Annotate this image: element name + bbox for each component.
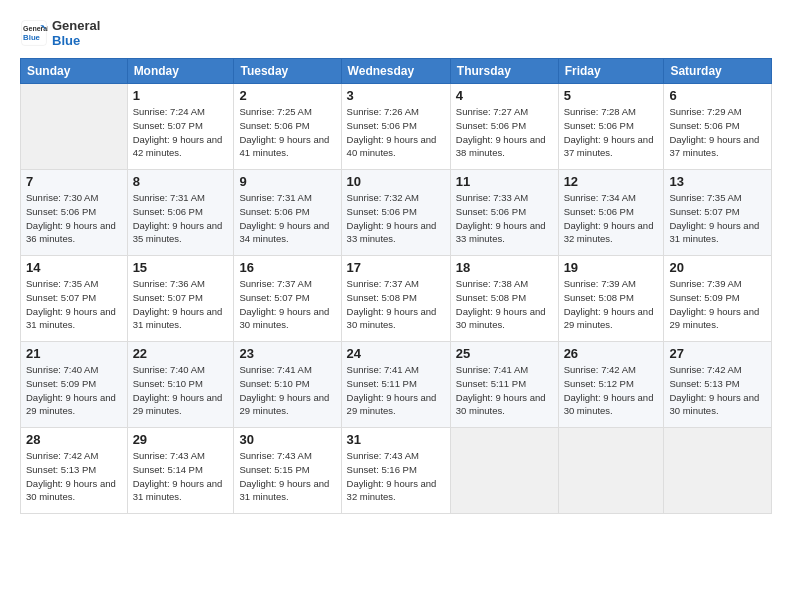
day-number: 10 xyxy=(347,174,445,189)
day-number: 18 xyxy=(456,260,553,275)
calendar-week-row: 14Sunrise: 7:35 AMSunset: 5:07 PMDayligh… xyxy=(21,256,772,342)
calendar-day-header: Thursday xyxy=(450,59,558,84)
calendar-week-row: 1Sunrise: 7:24 AMSunset: 5:07 PMDaylight… xyxy=(21,84,772,170)
day-number: 17 xyxy=(347,260,445,275)
day-info: Sunrise: 7:39 AMSunset: 5:08 PMDaylight:… xyxy=(564,277,659,332)
svg-text:General: General xyxy=(23,25,48,32)
day-number: 8 xyxy=(133,174,229,189)
calendar-cell xyxy=(450,428,558,514)
logo-icon: General Blue xyxy=(20,19,48,47)
day-info: Sunrise: 7:28 AMSunset: 5:06 PMDaylight:… xyxy=(564,105,659,160)
day-info: Sunrise: 7:27 AMSunset: 5:06 PMDaylight:… xyxy=(456,105,553,160)
day-info: Sunrise: 7:42 AMSunset: 5:13 PMDaylight:… xyxy=(669,363,766,418)
day-number: 23 xyxy=(239,346,335,361)
calendar-week-row: 21Sunrise: 7:40 AMSunset: 5:09 PMDayligh… xyxy=(21,342,772,428)
day-info: Sunrise: 7:29 AMSunset: 5:06 PMDaylight:… xyxy=(669,105,766,160)
calendar-day-header: Friday xyxy=(558,59,664,84)
day-number: 3 xyxy=(347,88,445,103)
day-info: Sunrise: 7:31 AMSunset: 5:06 PMDaylight:… xyxy=(133,191,229,246)
calendar-day-header: Tuesday xyxy=(234,59,341,84)
day-number: 24 xyxy=(347,346,445,361)
calendar-cell: 1Sunrise: 7:24 AMSunset: 5:07 PMDaylight… xyxy=(127,84,234,170)
calendar-cell: 3Sunrise: 7:26 AMSunset: 5:06 PMDaylight… xyxy=(341,84,450,170)
day-number: 21 xyxy=(26,346,122,361)
day-number: 1 xyxy=(133,88,229,103)
day-number: 20 xyxy=(669,260,766,275)
day-info: Sunrise: 7:37 AMSunset: 5:08 PMDaylight:… xyxy=(347,277,445,332)
calendar-cell: 26Sunrise: 7:42 AMSunset: 5:12 PMDayligh… xyxy=(558,342,664,428)
page: General Blue General Blue SundayMondayTu… xyxy=(0,0,792,612)
day-info: Sunrise: 7:40 AMSunset: 5:09 PMDaylight:… xyxy=(26,363,122,418)
day-info: Sunrise: 7:34 AMSunset: 5:06 PMDaylight:… xyxy=(564,191,659,246)
day-info: Sunrise: 7:43 AMSunset: 5:15 PMDaylight:… xyxy=(239,449,335,504)
calendar-cell xyxy=(21,84,128,170)
day-info: Sunrise: 7:39 AMSunset: 5:09 PMDaylight:… xyxy=(669,277,766,332)
calendar-cell: 8Sunrise: 7:31 AMSunset: 5:06 PMDaylight… xyxy=(127,170,234,256)
calendar-cell xyxy=(664,428,772,514)
day-number: 4 xyxy=(456,88,553,103)
day-info: Sunrise: 7:26 AMSunset: 5:06 PMDaylight:… xyxy=(347,105,445,160)
day-info: Sunrise: 7:35 AMSunset: 5:07 PMDaylight:… xyxy=(669,191,766,246)
calendar-week-row: 28Sunrise: 7:42 AMSunset: 5:13 PMDayligh… xyxy=(21,428,772,514)
header-row: General Blue General Blue xyxy=(20,18,772,48)
day-info: Sunrise: 7:25 AMSunset: 5:06 PMDaylight:… xyxy=(239,105,335,160)
day-number: 29 xyxy=(133,432,229,447)
calendar-cell: 12Sunrise: 7:34 AMSunset: 5:06 PMDayligh… xyxy=(558,170,664,256)
day-info: Sunrise: 7:35 AMSunset: 5:07 PMDaylight:… xyxy=(26,277,122,332)
svg-text:Blue: Blue xyxy=(23,33,41,42)
day-number: 25 xyxy=(456,346,553,361)
calendar-cell: 19Sunrise: 7:39 AMSunset: 5:08 PMDayligh… xyxy=(558,256,664,342)
calendar-cell: 5Sunrise: 7:28 AMSunset: 5:06 PMDaylight… xyxy=(558,84,664,170)
day-number: 14 xyxy=(26,260,122,275)
day-number: 11 xyxy=(456,174,553,189)
day-info: Sunrise: 7:41 AMSunset: 5:11 PMDaylight:… xyxy=(456,363,553,418)
day-number: 26 xyxy=(564,346,659,361)
day-number: 2 xyxy=(239,88,335,103)
day-number: 7 xyxy=(26,174,122,189)
calendar-cell: 9Sunrise: 7:31 AMSunset: 5:06 PMDaylight… xyxy=(234,170,341,256)
calendar-cell: 21Sunrise: 7:40 AMSunset: 5:09 PMDayligh… xyxy=(21,342,128,428)
calendar-cell: 23Sunrise: 7:41 AMSunset: 5:10 PMDayligh… xyxy=(234,342,341,428)
calendar-cell: 6Sunrise: 7:29 AMSunset: 5:06 PMDaylight… xyxy=(664,84,772,170)
calendar-cell: 14Sunrise: 7:35 AMSunset: 5:07 PMDayligh… xyxy=(21,256,128,342)
calendar-day-header: Sunday xyxy=(21,59,128,84)
day-number: 13 xyxy=(669,174,766,189)
calendar-cell: 24Sunrise: 7:41 AMSunset: 5:11 PMDayligh… xyxy=(341,342,450,428)
calendar-cell: 10Sunrise: 7:32 AMSunset: 5:06 PMDayligh… xyxy=(341,170,450,256)
day-info: Sunrise: 7:33 AMSunset: 5:06 PMDaylight:… xyxy=(456,191,553,246)
calendar-day-header: Wednesday xyxy=(341,59,450,84)
calendar-cell: 29Sunrise: 7:43 AMSunset: 5:14 PMDayligh… xyxy=(127,428,234,514)
calendar-cell: 28Sunrise: 7:42 AMSunset: 5:13 PMDayligh… xyxy=(21,428,128,514)
day-number: 5 xyxy=(564,88,659,103)
day-number: 22 xyxy=(133,346,229,361)
calendar-cell: 11Sunrise: 7:33 AMSunset: 5:06 PMDayligh… xyxy=(450,170,558,256)
day-number: 16 xyxy=(239,260,335,275)
calendar-cell: 17Sunrise: 7:37 AMSunset: 5:08 PMDayligh… xyxy=(341,256,450,342)
calendar-cell xyxy=(558,428,664,514)
day-number: 28 xyxy=(26,432,122,447)
day-info: Sunrise: 7:41 AMSunset: 5:10 PMDaylight:… xyxy=(239,363,335,418)
day-info: Sunrise: 7:24 AMSunset: 5:07 PMDaylight:… xyxy=(133,105,229,160)
day-number: 31 xyxy=(347,432,445,447)
day-info: Sunrise: 7:41 AMSunset: 5:11 PMDaylight:… xyxy=(347,363,445,418)
day-info: Sunrise: 7:30 AMSunset: 5:06 PMDaylight:… xyxy=(26,191,122,246)
day-number: 6 xyxy=(669,88,766,103)
calendar-cell: 30Sunrise: 7:43 AMSunset: 5:15 PMDayligh… xyxy=(234,428,341,514)
calendar-week-row: 7Sunrise: 7:30 AMSunset: 5:06 PMDaylight… xyxy=(21,170,772,256)
day-info: Sunrise: 7:38 AMSunset: 5:08 PMDaylight:… xyxy=(456,277,553,332)
day-info: Sunrise: 7:43 AMSunset: 5:14 PMDaylight:… xyxy=(133,449,229,504)
day-number: 30 xyxy=(239,432,335,447)
calendar-cell: 20Sunrise: 7:39 AMSunset: 5:09 PMDayligh… xyxy=(664,256,772,342)
day-number: 12 xyxy=(564,174,659,189)
day-number: 19 xyxy=(564,260,659,275)
calendar-cell: 22Sunrise: 7:40 AMSunset: 5:10 PMDayligh… xyxy=(127,342,234,428)
day-number: 27 xyxy=(669,346,766,361)
day-info: Sunrise: 7:37 AMSunset: 5:07 PMDaylight:… xyxy=(239,277,335,332)
day-number: 9 xyxy=(239,174,335,189)
calendar-header-row: SundayMondayTuesdayWednesdayThursdayFrid… xyxy=(21,59,772,84)
calendar-cell: 13Sunrise: 7:35 AMSunset: 5:07 PMDayligh… xyxy=(664,170,772,256)
logo-text: General Blue xyxy=(52,18,100,48)
calendar-cell: 25Sunrise: 7:41 AMSunset: 5:11 PMDayligh… xyxy=(450,342,558,428)
calendar-cell: 31Sunrise: 7:43 AMSunset: 5:16 PMDayligh… xyxy=(341,428,450,514)
calendar-cell: 27Sunrise: 7:42 AMSunset: 5:13 PMDayligh… xyxy=(664,342,772,428)
